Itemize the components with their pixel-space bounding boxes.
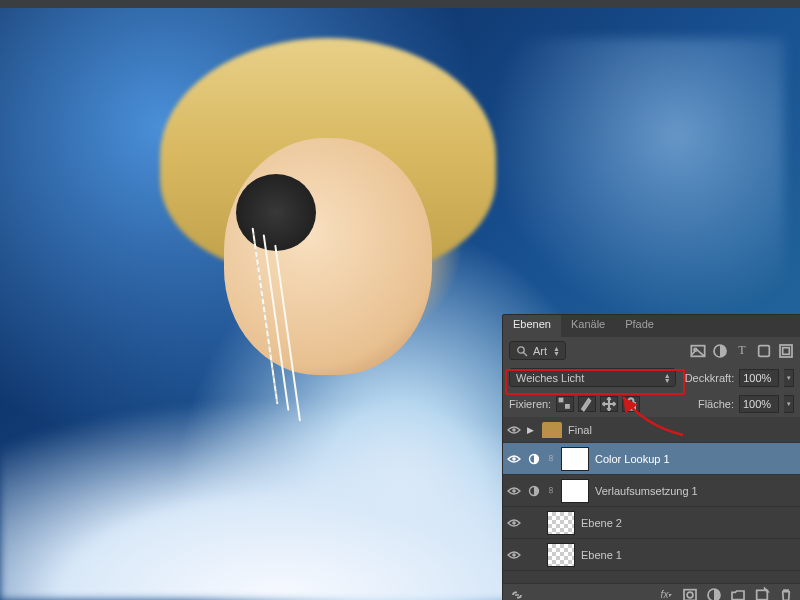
- svg-rect-5: [759, 345, 770, 356]
- visibility-toggle[interactable]: [507, 550, 521, 560]
- folder-icon: [542, 422, 562, 438]
- layers-panel: Ebenen Kanäle Pfade Art ▲▼ T Weiches Lic…: [503, 315, 800, 600]
- adjustment-icon: [527, 452, 541, 466]
- mask-thumbnail[interactable]: [561, 479, 589, 503]
- blend-opacity-row: Weiches Licht ▲▼ Deckkraft: ▾: [503, 364, 800, 391]
- lock-all-button[interactable]: [622, 396, 640, 412]
- filter-type-dropdown[interactable]: Art ▲▼: [509, 341, 566, 360]
- mask-button[interactable]: [682, 587, 698, 601]
- layers-list: ▶ Final 𝟾 Color Lookup 1 𝟾 Verlaufsumset…: [503, 417, 800, 583]
- opacity-label: Deckkraft:: [685, 372, 735, 384]
- layer-row[interactable]: Ebene 2: [503, 507, 800, 539]
- svg-rect-7: [783, 347, 790, 354]
- layer-name[interactable]: Verlaufsumsetzung 1: [595, 485, 796, 497]
- mask-thumbnail[interactable]: [561, 447, 589, 471]
- lock-label: Fixieren:: [509, 398, 551, 410]
- fill-slider-toggle[interactable]: ▾: [784, 395, 794, 413]
- layer-name[interactable]: Ebene 2: [581, 517, 796, 529]
- svg-point-12: [512, 457, 516, 461]
- svg-point-16: [512, 521, 516, 525]
- stepper-icon: ▲▼: [664, 373, 671, 383]
- opacity-slider-toggle[interactable]: ▾: [784, 369, 794, 387]
- filter-pixel-icon[interactable]: [690, 343, 706, 359]
- lock-fill-row: Fixieren: Fläche: ▾: [503, 391, 800, 417]
- layer-row[interactable]: Ebene 1: [503, 539, 800, 571]
- stepper-icon: ▲▼: [553, 346, 560, 356]
- link-layers-button[interactable]: [509, 587, 525, 601]
- svg-line-1: [524, 352, 528, 356]
- fill-input[interactable]: [739, 395, 779, 413]
- filter-adjustment-icon[interactable]: [712, 343, 728, 359]
- layer-thumbnail[interactable]: [547, 511, 575, 535]
- svg-point-19: [687, 592, 693, 598]
- layer-row[interactable]: 𝟾 Color Lookup 1: [503, 443, 800, 475]
- layer-filter-row: Art ▲▼ T: [503, 337, 800, 364]
- svg-point-0: [518, 346, 524, 352]
- panel-tab-bar: Ebenen Kanäle Pfade: [503, 315, 800, 337]
- opacity-input[interactable]: [739, 369, 779, 387]
- link-icon[interactable]: 𝟾: [547, 485, 555, 496]
- tab-paths[interactable]: Pfade: [615, 315, 664, 337]
- svg-rect-21: [757, 590, 768, 599]
- fill-label: Fläche:: [698, 398, 734, 410]
- link-icon[interactable]: 𝟾: [547, 453, 555, 464]
- fx-button[interactable]: fx▾: [658, 587, 674, 601]
- layer-name[interactable]: Final: [568, 424, 796, 436]
- visibility-toggle[interactable]: [507, 486, 521, 496]
- filter-shape-icon[interactable]: [756, 343, 772, 359]
- layer-name[interactable]: Color Lookup 1: [595, 453, 796, 465]
- tab-channels[interactable]: Kanäle: [561, 315, 615, 337]
- search-icon: [515, 344, 529, 358]
- canvas-art: [236, 174, 316, 251]
- blend-mode-dropdown[interactable]: Weiches Licht ▲▼: [509, 368, 676, 387]
- svg-rect-10: [627, 403, 635, 409]
- layer-thumbnail[interactable]: [547, 543, 575, 567]
- svg-point-14: [512, 489, 516, 493]
- visibility-toggle[interactable]: [507, 454, 521, 464]
- blend-mode-value: Weiches Licht: [516, 372, 584, 384]
- lock-pixels-button[interactable]: [578, 396, 596, 412]
- layers-panel-footer: fx▾: [503, 583, 800, 600]
- lock-transparency-button[interactable]: [556, 396, 574, 412]
- visibility-toggle[interactable]: [507, 518, 521, 528]
- svg-rect-9: [565, 404, 570, 409]
- filter-type-icon[interactable]: T: [734, 343, 750, 359]
- tab-layers[interactable]: Ebenen: [503, 315, 561, 337]
- visibility-toggle[interactable]: [507, 425, 521, 435]
- new-layer-button[interactable]: [754, 587, 770, 601]
- group-button[interactable]: [730, 587, 746, 601]
- svg-rect-8: [559, 398, 564, 403]
- layers-empty-area[interactable]: [503, 571, 800, 583]
- adjustment-button[interactable]: [706, 587, 722, 601]
- svg-rect-6: [780, 345, 792, 357]
- filter-smart-icon[interactable]: [778, 343, 794, 359]
- svg-point-11: [512, 428, 516, 432]
- layer-row[interactable]: 𝟾 Verlaufsumsetzung 1: [503, 475, 800, 507]
- svg-point-17: [512, 553, 516, 557]
- layer-group-row[interactable]: ▶ Final: [503, 417, 800, 443]
- delete-button[interactable]: [778, 587, 794, 601]
- adjustment-icon: [527, 484, 541, 498]
- lock-position-button[interactable]: [600, 396, 618, 412]
- filter-type-label: Art: [533, 345, 547, 357]
- expand-icon[interactable]: ▶: [527, 425, 534, 435]
- layer-name[interactable]: Ebene 1: [581, 549, 796, 561]
- app-titlebar: [0, 0, 800, 8]
